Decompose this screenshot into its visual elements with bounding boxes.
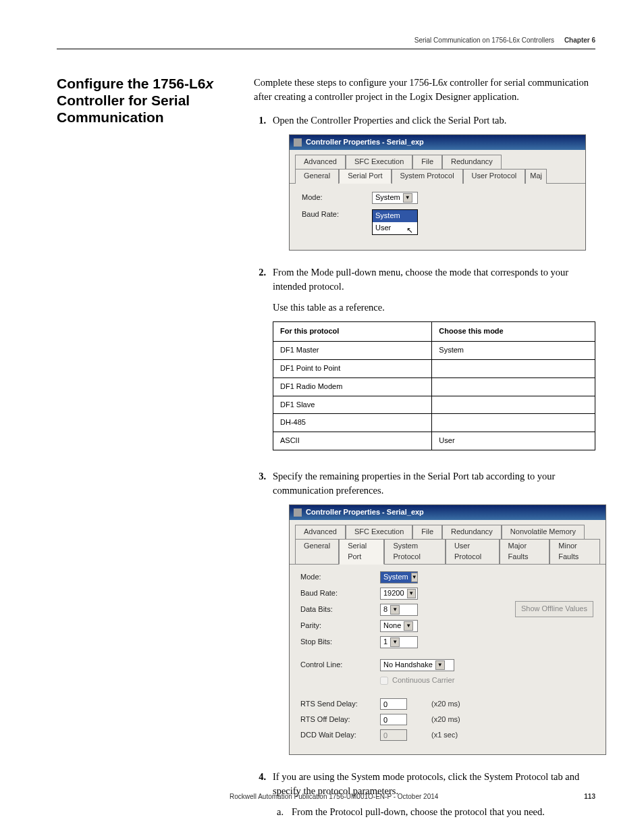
sub-step-text: From the Protocol pull-down, choose the … xyxy=(292,805,545,819)
continuous-carrier-label: Continuous Carrier xyxy=(392,675,454,686)
tab-user-protocol[interactable]: User Protocol xyxy=(446,539,500,565)
rts-off-delay-input[interactable] xyxy=(380,714,407,725)
chevron-down-icon: ▼ xyxy=(411,573,418,582)
tab-file[interactable]: File xyxy=(412,155,442,169)
tab-system-protocol[interactable]: System Protocol xyxy=(384,539,445,565)
page-number: 113 xyxy=(584,793,595,800)
tab-advanced[interactable]: Advanced xyxy=(295,525,346,539)
dcd-wait-delay-input xyxy=(380,729,407,741)
tab-general[interactable]: General xyxy=(295,169,339,184)
table-row: DF1 Radio Modem xyxy=(273,377,595,396)
app-icon xyxy=(294,138,302,147)
parity-label: Parity: xyxy=(300,621,368,631)
publication-line: Rockwell Automation Publication 1756-UM0… xyxy=(84,793,584,800)
mode-label: Mode: xyxy=(302,192,356,203)
tab-file[interactable]: File xyxy=(412,525,442,539)
tab-minor-faults[interactable]: Minor Faults xyxy=(549,539,600,565)
app-icon xyxy=(294,509,302,517)
dcd-wait-delay-label: DCD Wait Delay: xyxy=(300,730,368,741)
figure-1: Controller Properties - Serial_exp Advan… xyxy=(289,134,595,251)
step-3: 3. Specify the remaining properties in t… xyxy=(254,469,595,763)
tab-major-faults[interactable]: Major Faults xyxy=(500,539,550,565)
continuous-carrier-checkbox xyxy=(380,677,388,685)
table-header-mode: Choose this mode xyxy=(432,321,595,341)
chevron-down-icon: ▼ xyxy=(407,589,416,598)
tab-sfc-execution[interactable]: SFC Execution xyxy=(346,525,412,539)
dialog-titlebar: Controller Properties - Serial_exp xyxy=(290,135,585,150)
tab-advanced[interactable]: Advanced xyxy=(295,155,346,169)
baud-rate-label: Baud Rate: xyxy=(302,209,356,220)
tab-sfc-execution[interactable]: SFC Execution xyxy=(346,155,412,169)
tab-major-faults-truncated[interactable]: Maj xyxy=(525,169,547,184)
chevron-down-icon: ▼ xyxy=(390,605,400,615)
step-text: From the Mode pull-down menu, choose the… xyxy=(273,265,595,294)
dialog-body: Mode: System ▼ Baud Rate: Sy xyxy=(290,183,585,250)
dropdown-item-system[interactable]: System xyxy=(373,210,417,222)
step-note: Use this table as a reference. xyxy=(273,301,595,315)
chevron-down-icon: ▼ xyxy=(390,637,400,647)
rts-off-delay-unit: (x20 ms) xyxy=(431,714,460,725)
step-1: 1. Open the Controller Properties and cl… xyxy=(254,113,595,259)
sub-step-a: a. From the Protocol pull-down, choose t… xyxy=(277,805,595,819)
dialog-tabs: Advanced SFC Execution File Redundancy N… xyxy=(290,520,606,564)
step-2: 2. From the Mode pull-down menu, choose … xyxy=(254,265,595,463)
step-number: 2. xyxy=(254,265,266,463)
controller-properties-dialog-2: Controller Properties - Serial_exp Advan… xyxy=(289,504,606,755)
mode-select[interactable]: System ▼ xyxy=(380,571,418,583)
mode-select[interactable]: System ▼ xyxy=(372,192,418,204)
table-row: ASCIIUser xyxy=(273,432,595,450)
cursor-icon: ↖ xyxy=(406,225,413,236)
control-line-label: Control Line: xyxy=(300,660,368,671)
dialog-tabs: Advanced SFC Execution File Redundancy G… xyxy=(290,150,585,183)
rts-send-delay-label: RTS Send Delay: xyxy=(300,699,368,710)
header-rule xyxy=(57,49,595,49)
sub-step-letter: a. xyxy=(277,805,286,819)
tab-redundancy[interactable]: Redundancy xyxy=(442,155,502,169)
body-column: Complete these steps to configure your 1… xyxy=(254,76,595,826)
figure-2: Controller Properties - Serial_exp Advan… xyxy=(289,504,606,755)
chevron-down-icon: ▼ xyxy=(403,193,412,203)
dialog-title-text: Controller Properties - Serial_exp xyxy=(306,507,424,518)
step-text: Open the Controller Properties and click… xyxy=(273,113,595,128)
tab-serial-port[interactable]: Serial Port xyxy=(339,539,384,565)
data-bits-label: Data Bits: xyxy=(300,604,368,615)
dialog-title-text: Controller Properties - Serial_exp xyxy=(306,137,424,148)
table-row: DF1 Point to Point xyxy=(273,359,595,377)
page-footer: Rockwell Automation Publication 1756-UM0… xyxy=(57,793,595,800)
table-row: DH-485 xyxy=(273,414,595,432)
tab-general[interactable]: General xyxy=(295,539,339,565)
show-offline-values-button[interactable]: Show Offline Values xyxy=(515,601,593,617)
tab-serial-port[interactable]: Serial Port xyxy=(339,169,391,184)
step-list: 1. Open the Controller Properties and cl… xyxy=(254,113,595,819)
section-heading: Configure the 1756-L6x Controller for Se… xyxy=(57,76,232,126)
dialog-titlebar: Controller Properties - Serial_exp xyxy=(290,505,606,520)
rts-send-delay-input[interactable] xyxy=(380,698,407,710)
step-text: Specify the remaining properties in the … xyxy=(273,469,606,498)
table-row: DF1 MasterSystem xyxy=(273,341,595,359)
dcd-wait-delay-unit: (x1 sec) xyxy=(431,730,458,741)
tab-nonvolatile-memory[interactable]: Nonvolatile Memory xyxy=(502,525,585,539)
dialog-body: Show Offline Values Mode: System ▼ Baud … xyxy=(290,564,606,754)
mode-dropdown-open[interactable]: System User ↖ xyxy=(372,209,418,235)
table-row: DF1 Slave xyxy=(273,396,595,414)
tab-redundancy[interactable]: Redundancy xyxy=(442,525,502,539)
baud-rate-select[interactable]: 19200 ▼ xyxy=(380,588,418,600)
header-section-title: Serial Communication on 1756-L6x Control… xyxy=(414,36,554,44)
chevron-down-icon: ▼ xyxy=(404,621,413,631)
tab-user-protocol[interactable]: User Protocol xyxy=(463,169,526,184)
stop-bits-label: Stop Bits: xyxy=(300,637,368,648)
controller-properties-dialog-1: Controller Properties - Serial_exp Advan… xyxy=(289,134,586,251)
parity-select[interactable]: None ▼ xyxy=(380,620,418,632)
chevron-down-icon: ▼ xyxy=(435,660,445,670)
data-bits-select[interactable]: 8 ▼ xyxy=(380,604,418,616)
header-chapter: Chapter 6 xyxy=(564,36,595,44)
running-header: Serial Communication on 1756-L6x Control… xyxy=(414,36,595,44)
baud-rate-label: Baud Rate: xyxy=(300,588,368,599)
tab-system-protocol[interactable]: System Protocol xyxy=(392,169,463,184)
step-number: 1. xyxy=(254,113,266,259)
control-line-select[interactable]: No Handshake ▼ xyxy=(380,659,454,671)
stop-bits-select[interactable]: 1 ▼ xyxy=(380,636,418,648)
mode-label: Mode: xyxy=(300,572,368,583)
rts-off-delay-label: RTS Off Delay: xyxy=(300,714,368,725)
rts-send-delay-unit: (x20 ms) xyxy=(431,699,460,710)
